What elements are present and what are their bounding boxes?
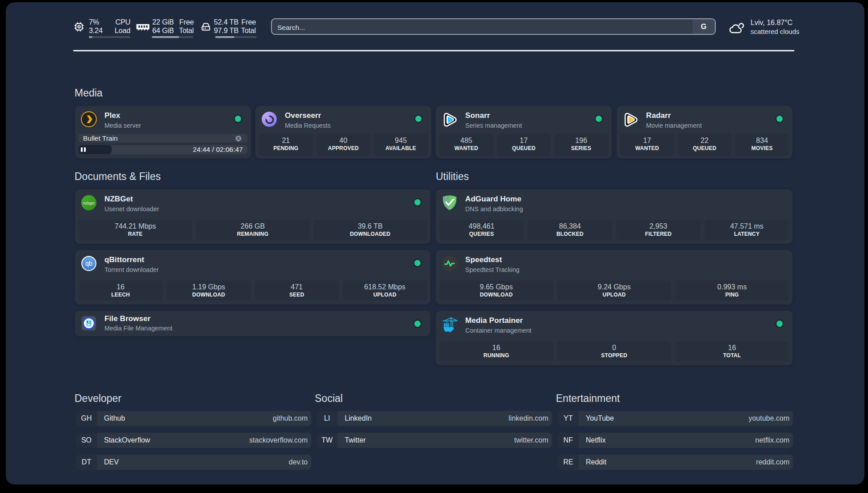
svg-text:qb: qb xyxy=(85,260,92,267)
svg-text:nzbget: nzbget xyxy=(83,201,95,205)
